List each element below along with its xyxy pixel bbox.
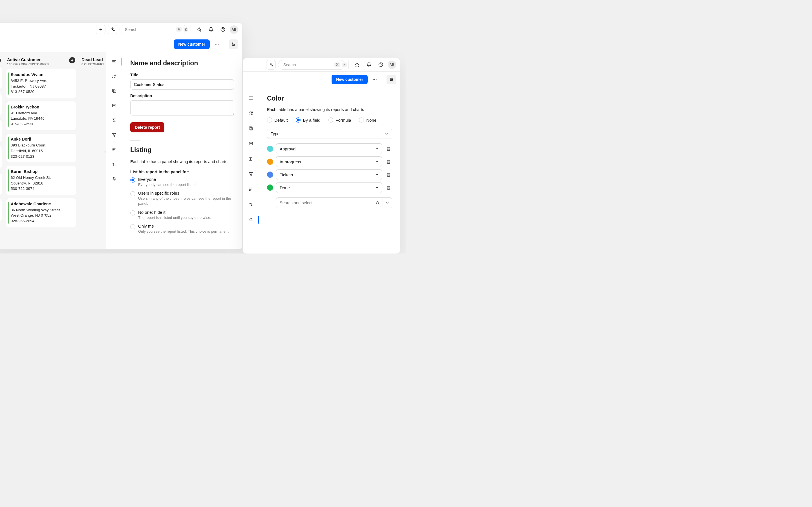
delete-row-button[interactable]	[385, 171, 392, 178]
rail-item-people[interactable]	[109, 72, 119, 80]
card-edge[interactable]	[0, 93, 2, 116]
customer-card[interactable]: Brokkr Tychon 91 Hartford Ave. Lansdale,…	[6, 101, 77, 131]
color-swatch[interactable]	[267, 146, 273, 152]
view-settings-button[interactable]	[387, 75, 396, 84]
ai-button[interactable]	[266, 60, 276, 69]
delete-row-button[interactable]	[385, 184, 392, 191]
customer-card[interactable]: Burim Bishop 62 Old Honey Creek St. Cove…	[6, 166, 77, 195]
favorite-button[interactable]	[352, 60, 362, 69]
radio-icon[interactable]	[359, 117, 364, 122]
value-select[interactable]: Approval	[276, 144, 382, 154]
rail-item-form[interactable]	[246, 140, 256, 148]
option-none[interactable]: None	[359, 117, 376, 122]
color-swatch[interactable]	[267, 184, 273, 191]
search-box[interactable]: ⌘ K	[278, 60, 345, 69]
rail-item-sort[interactable]	[246, 185, 256, 193]
add-card-button[interactable]	[69, 57, 75, 63]
delete-row-button[interactable]	[385, 145, 392, 152]
panel-rail: ⠿	[243, 87, 259, 253]
description-input[interactable]	[130, 100, 234, 115]
delete-report-button[interactable]: Delete report	[130, 122, 164, 132]
rail-item-sort[interactable]	[109, 146, 119, 154]
color-swatch[interactable]	[267, 172, 273, 178]
rail-item-menu[interactable]	[246, 94, 256, 102]
rail-item-sigma[interactable]	[109, 116, 119, 124]
kanban-col-active: Active Customer 100 OF 27397 CUSTOMERS S…	[6, 57, 77, 244]
card-line: West Orange, NJ 07052	[11, 213, 72, 218]
customer-card[interactable]: Adebowale Charlène 86 North Winding Way …	[6, 198, 77, 228]
radio-icon[interactable]	[296, 117, 301, 122]
option-by-a-field[interactable]: By a field	[296, 117, 320, 122]
radio-icon[interactable]	[130, 191, 135, 196]
search-box[interactable]: ⌘ K	[119, 25, 187, 34]
value-select[interactable]: In-progress	[276, 156, 382, 167]
radio-option-onlyme[interactable]: Only me Only you see the report listed. …	[130, 224, 234, 234]
favorite-button[interactable]	[194, 25, 204, 34]
search-select[interactable]	[276, 198, 392, 208]
rail-item-filter[interactable]	[109, 131, 119, 139]
card-edge[interactable]	[0, 146, 2, 169]
add-button[interactable]	[96, 25, 105, 34]
field-select[interactable]: Type	[267, 129, 392, 139]
topbar: ⌘ K AB	[243, 58, 400, 71]
rail-item-people[interactable]	[246, 109, 256, 117]
value-select[interactable]: Done	[276, 182, 382, 193]
notifications-button[interactable]	[364, 60, 373, 69]
customer-card[interactable]: Secundus Vivian 8453 E. Brewery Ave. Tuc…	[6, 69, 77, 98]
delete-row-button[interactable]	[385, 158, 392, 165]
rail-item-copy[interactable]	[109, 87, 119, 95]
customer-card[interactable]: Anke Dorji 393 Blackburn Court Deerfield…	[6, 133, 77, 163]
card-edge[interactable]	[0, 172, 2, 196]
view-settings-button[interactable]	[229, 40, 238, 49]
option-formula[interactable]: Formula	[328, 117, 351, 122]
rail-item-form[interactable]	[109, 102, 119, 110]
bell-icon	[366, 62, 371, 67]
radio-icon[interactable]	[328, 117, 333, 122]
rail-item-copy[interactable]	[246, 124, 256, 132]
svg-rect-53	[249, 127, 252, 129]
value-select[interactable]: Tickets	[276, 169, 382, 180]
avatar[interactable]: AB	[388, 61, 396, 69]
radio-option-roles[interactable]: Users in specific roles Users in any of …	[130, 191, 234, 206]
chevron-down-icon	[386, 201, 389, 205]
more-button[interactable]	[370, 75, 379, 84]
card-edge[interactable]	[0, 66, 2, 90]
dropdown-toggle[interactable]	[383, 201, 392, 205]
search-input[interactable]	[283, 62, 333, 67]
rail-item-menu[interactable]	[109, 58, 119, 66]
notifications-button[interactable]	[206, 25, 216, 34]
option-default[interactable]: Default	[267, 117, 288, 122]
search-input[interactable]	[125, 27, 174, 32]
avatar[interactable]: AB	[230, 25, 238, 34]
trash-icon	[386, 172, 391, 177]
ai-button[interactable]	[108, 25, 117, 34]
help-button[interactable]	[218, 25, 227, 34]
radio-icon[interactable]	[130, 177, 135, 182]
radio-icon[interactable]	[130, 224, 135, 229]
title-input[interactable]	[130, 79, 234, 90]
rail-item-swap[interactable]	[109, 160, 119, 168]
radio-icon[interactable]	[130, 210, 135, 216]
rail-item-filter[interactable]	[246, 170, 256, 178]
rail-item-sigma[interactable]	[246, 155, 256, 163]
help-button[interactable]	[376, 60, 386, 69]
search-select-input[interactable]	[276, 201, 373, 205]
radio-option-everyone[interactable]: Everyone Everybody can see the report li…	[130, 177, 234, 187]
card-edge[interactable]	[0, 199, 2, 222]
select-value: Type	[271, 131, 280, 136]
drag-handle-icon[interactable]: ⠿	[104, 151, 106, 154]
list-for-label: List his report in the panel for:	[130, 170, 234, 174]
new-customer-button[interactable]: New customer	[174, 40, 210, 49]
more-button[interactable]	[212, 40, 221, 49]
new-customer-button[interactable]: New customer	[332, 75, 368, 84]
add-card-button[interactable]	[0, 57, 1, 63]
rail-item-pin[interactable]	[109, 175, 119, 183]
rail-item-pin[interactable]	[246, 216, 256, 224]
card-edge[interactable]	[0, 119, 2, 143]
color-swatch[interactable]	[267, 159, 273, 165]
sliders-icon	[231, 42, 236, 47]
radio-option-noone[interactable]: No one; hide it The report isn't listed …	[130, 210, 234, 220]
radio-icon[interactable]	[267, 117, 272, 122]
color-row: Done	[267, 182, 392, 193]
rail-item-swap[interactable]	[246, 201, 256, 209]
